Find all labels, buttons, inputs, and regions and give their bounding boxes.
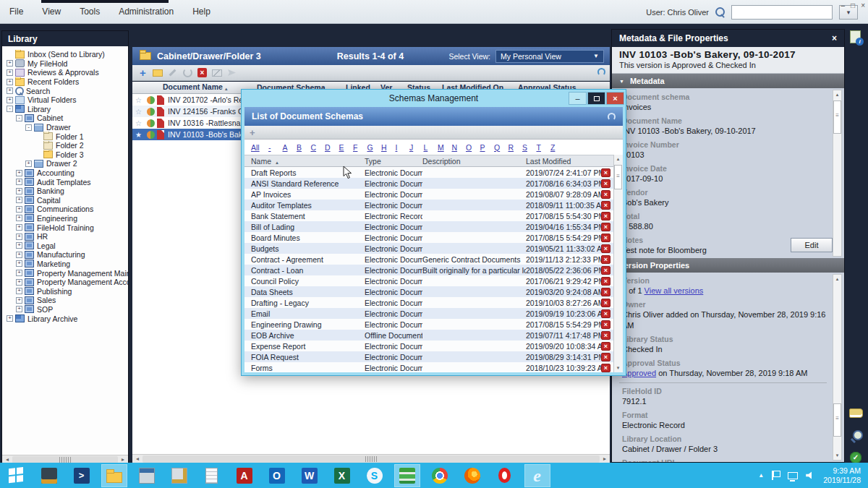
expander-icon[interactable]: + (7, 60, 13, 67)
schema-name[interactable]: Council Policy (251, 277, 365, 286)
expander-icon[interactable]: - (16, 115, 22, 121)
expander-icon[interactable]: + (7, 87, 13, 94)
expander-icon[interactable]: + (16, 242, 22, 249)
alphabet-filter-link[interactable]: O (466, 143, 480, 152)
taskbar-icon[interactable]: A (232, 465, 257, 487)
delete-schema-icon[interactable]: × (601, 299, 610, 307)
toolbar-icon[interactable] (182, 67, 193, 78)
expander-icon[interactable]: + (25, 160, 32, 167)
favorite-star-icon[interactable]: ☆ (135, 108, 145, 116)
menu-item[interactable]: File (0, 0, 33, 24)
expander-icon[interactable]: + (16, 270, 22, 276)
preview-search-icon[interactable] (851, 430, 862, 442)
schema-row[interactable]: Data Sheets Electronic Document 2019/03/… (244, 286, 613, 297)
delete-schema-icon[interactable]: × (601, 364, 610, 372)
taskbar-clock[interactable]: 9:39 AM 2019/11/28 (823, 466, 861, 485)
expander-icon[interactable]: + (7, 69, 13, 76)
metadata-section-bar[interactable]: ▼ Metadata (612, 74, 844, 88)
select-view-dropdown[interactable]: My Personal View ▼ (495, 50, 604, 63)
favorite-star-icon[interactable]: ★ (135, 131, 145, 139)
alphabet-filter-link[interactable]: E (339, 143, 354, 152)
schema-row[interactable]: AP Invoices Electronic Document 2019/08/… (244, 189, 613, 200)
version-properties-bar[interactable]: Version Properties (612, 258, 844, 273)
schema-name[interactable]: Forms (251, 364, 365, 372)
tree-item[interactable]: Inbox (Send to Library) (2, 50, 128, 59)
tree-item[interactable]: Folder 2 (2, 141, 128, 150)
schema-name[interactable]: Contract - Loan (251, 266, 365, 275)
delete-schema-icon[interactable]: × (601, 342, 610, 351)
schema-row[interactable]: Engineering Drawing Electronic Document … (244, 319, 613, 330)
library-book-icon[interactable] (849, 408, 863, 418)
taskbar-icon[interactable] (167, 465, 192, 487)
expander-icon[interactable]: + (16, 306, 22, 312)
toolbar-icon[interactable] (153, 69, 163, 77)
column-header[interactable]: Last Modified (526, 157, 601, 166)
delete-schema-icon[interactable]: × (601, 201, 610, 210)
expander-icon[interactable]: + (16, 206, 22, 213)
alphabet-filter-link[interactable]: C (311, 143, 326, 152)
tree-item[interactable]: + Publishing (2, 286, 128, 296)
schema-name[interactable]: Contract - Agreement (251, 255, 365, 264)
tree-item[interactable]: + Communications (2, 205, 128, 214)
alphabet-filter-link[interactable]: R (509, 143, 523, 152)
column-header[interactable]: Name ▲ (251, 157, 365, 166)
schema-row[interactable]: Contract - Agreement Electronic Document… (244, 254, 613, 265)
delete-schema-icon[interactable]: × (601, 266, 610, 275)
favorite-star-icon[interactable]: ☆ (135, 119, 145, 127)
favorite-star-icon[interactable]: ☆ (135, 96, 145, 104)
minimize-icon[interactable]: – (569, 92, 587, 105)
maximize-icon[interactable] (587, 92, 605, 105)
main-horizontal-scrollbar[interactable]: ◂ ▸ (132, 454, 610, 463)
taskbar-icon[interactable]: > (69, 465, 94, 487)
schema-name[interactable]: Email (251, 309, 365, 318)
scroll-down-icon[interactable]: ▾ (833, 451, 841, 460)
version-scrollbar[interactable]: ▴ ≡ ▾ (833, 274, 842, 461)
schema-name[interactable]: Bill of Lading (251, 223, 365, 231)
alphabet-filter-link[interactable]: P (480, 143, 495, 152)
taskbar-icon[interactable] (493, 465, 517, 487)
taskbar-icon[interactable]: O (265, 465, 289, 487)
scroll-up-icon[interactable]: ▴ (614, 155, 622, 163)
expander-icon[interactable]: + (7, 97, 13, 103)
alphabet-filter-link[interactable]: F (353, 143, 367, 152)
tree-item[interactable]: + Banking (2, 187, 128, 196)
schema-name[interactable]: AP Invoices (251, 190, 365, 199)
alphabet-filter-link[interactable]: All (251, 143, 268, 152)
toolbar-icon[interactable] (167, 67, 178, 78)
scroll-thumb[interactable]: ≡ (614, 165, 622, 189)
schema-name[interactable]: ANSI Standard Reference (251, 179, 365, 188)
help-icon[interactable] (597, 68, 605, 76)
tree-item[interactable]: - Cabinet (2, 114, 128, 123)
schemas-scrollbar[interactable]: ▴ ≡ ▾ (613, 155, 623, 372)
tree-item[interactable]: - Drawer (2, 123, 128, 132)
tree-item[interactable]: + Drawer 2 (2, 159, 128, 168)
schema-name[interactable]: Bank Statement (251, 212, 365, 221)
tree-item[interactable]: - Library (2, 105, 128, 114)
alphabet-filter-link[interactable]: G (367, 143, 382, 152)
dialog-title-bar[interactable]: Schemas Management – × (242, 90, 626, 107)
expander-icon[interactable]: - (7, 106, 13, 112)
scroll-thumb[interactable]: ≡ (833, 403, 841, 437)
tree-item[interactable]: + SOP (2, 305, 128, 314)
tree-item[interactable]: + FileHold Training (2, 223, 128, 232)
document-info-icon[interactable] (850, 30, 861, 43)
tree-item[interactable]: Folder 3 (2, 150, 128, 160)
expander-icon[interactable]: + (16, 215, 22, 221)
column-header[interactable]: Document Name▲ (132, 82, 257, 93)
alphabet-filter-link[interactable]: - (268, 143, 283, 152)
schema-name[interactable]: Data Sheets (251, 288, 365, 296)
menu-item[interactable]: Administration (109, 0, 183, 24)
expander-icon[interactable]: + (16, 224, 22, 231)
scroll-right-icon[interactable]: ▸ (601, 455, 608, 462)
close-icon[interactable]: × (861, 1, 865, 9)
schema-row[interactable]: Drafting - Legacy Electronic Document 20… (244, 297, 613, 308)
tree-item[interactable]: + Recent Folders (2, 77, 128, 87)
schema-row[interactable]: Contract - Loan Electronic Document Buil… (244, 265, 613, 275)
tree-item[interactable]: + Virtual Folders (2, 95, 128, 105)
scroll-grip[interactable] (365, 456, 377, 462)
taskbar-icon[interactable]: S (362, 465, 387, 487)
taskbar-icon[interactable]: e (525, 465, 550, 487)
scroll-thumb[interactable]: ≡ (833, 100, 841, 134)
tree-item[interactable]: + Manufacturing (2, 250, 128, 260)
expander-icon[interactable]: + (16, 279, 22, 286)
